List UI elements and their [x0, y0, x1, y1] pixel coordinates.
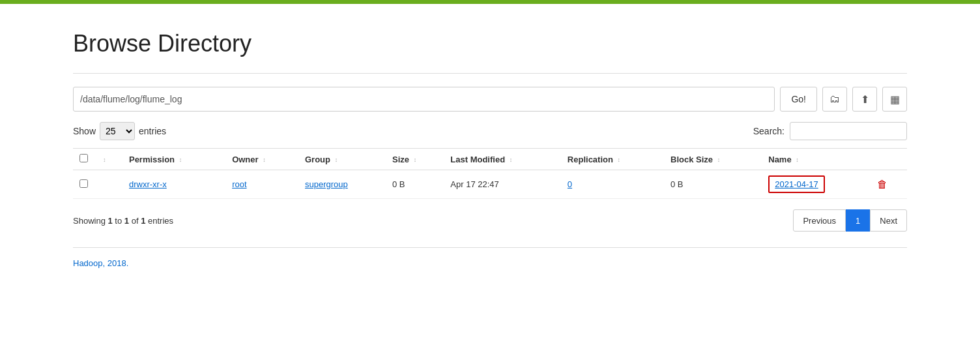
showing-prefix: Showing: [73, 216, 106, 226]
header-owner[interactable]: Owner ↕: [225, 149, 298, 170]
previous-button[interactable]: Previous: [793, 209, 846, 232]
header-actions: [871, 149, 907, 170]
page-1-button[interactable]: 1: [846, 209, 870, 232]
sort-permission-icon: ↕: [179, 157, 182, 163]
select-all-checkbox[interactable]: [79, 154, 88, 162]
sort-name-icon: ↕: [796, 157, 799, 163]
group-value[interactable]: supergroup: [305, 179, 348, 189]
sort-replication-icon: ↕: [618, 157, 621, 163]
owner-label: Owner: [232, 155, 258, 164]
showing-to: 1: [124, 216, 129, 226]
sort-size-icon: ↕: [414, 157, 417, 163]
permission-value[interactable]: drwxr-xr-x: [129, 179, 167, 189]
block-size-value: 0 B: [670, 179, 684, 189]
show-entries-row: Show 10 25 50 100 entries: [73, 122, 166, 140]
page-title: Browse Directory: [73, 30, 907, 57]
pagination: Previous 1 Next: [793, 209, 907, 232]
row-name-cell: 2021-04-17: [762, 170, 870, 199]
sort-block-size-icon: ↕: [717, 157, 721, 163]
entries-label: entries: [139, 126, 166, 136]
search-label: Search:: [753, 126, 785, 136]
row-block-size-cell: 0 B: [664, 170, 762, 199]
row-sort-cell: [94, 170, 122, 199]
name-label: Name: [768, 155, 791, 164]
table-row: drwxr-xr-x root supergroup 0 B Apr 17 22…: [73, 170, 907, 199]
block-size-label: Block Size: [670, 155, 713, 164]
last-modified-label: Last Modified: [450, 155, 505, 164]
owner-value[interactable]: root: [232, 179, 246, 189]
name-value[interactable]: 2021-04-17: [768, 175, 825, 193]
bottom-divider: [73, 247, 907, 248]
table-icon: ▦: [890, 93, 900, 106]
delete-icon[interactable]: 🗑: [877, 179, 887, 190]
size-value: 0 B: [392, 179, 405, 189]
path-row: Go! 🗂 ⬆ ▦: [73, 87, 907, 112]
show-label: Show: [73, 126, 96, 136]
upload-icon-button[interactable]: ⬆: [852, 87, 877, 112]
header-sort-all[interactable]: ↕: [94, 149, 122, 170]
title-divider: [73, 73, 907, 74]
folder-icon: 🗂: [829, 93, 840, 105]
row-permission-cell: drwxr-xr-x: [122, 170, 225, 199]
header-name[interactable]: Name ↕: [762, 149, 870, 170]
replication-label: Replication: [568, 155, 613, 164]
row-owner-cell: root: [225, 170, 298, 199]
header-permission[interactable]: Permission ↕: [122, 149, 225, 170]
permission-label: Permission: [129, 155, 175, 164]
sort-owner-icon: ↕: [263, 157, 266, 163]
next-button[interactable]: Next: [870, 209, 907, 232]
header-checkbox-col: [73, 149, 94, 170]
entries-select[interactable]: 10 25 50 100: [100, 122, 135, 140]
search-row: Search:: [753, 122, 907, 140]
row-replication-cell: 0: [561, 170, 664, 199]
table-icon-button[interactable]: ▦: [882, 87, 907, 112]
group-label: Group: [305, 155, 330, 164]
header-group[interactable]: Group ↕: [298, 149, 386, 170]
footer-text: Hadoop, 2018.: [73, 258, 907, 268]
search-input[interactable]: [790, 122, 907, 140]
showing-suffix: entries: [148, 216, 173, 226]
sort-all-icon: ↕: [103, 157, 106, 163]
row-last-modified-cell: Apr 17 22:47: [444, 170, 561, 199]
showing-total: 1: [141, 216, 145, 226]
footer-row: Showing 1 to 1 of 1 entries Previous 1 N…: [73, 209, 907, 232]
header-last-modified[interactable]: Last Modified ↕: [444, 149, 561, 170]
go-button[interactable]: Go!: [780, 87, 817, 112]
row-delete-cell: 🗑: [871, 170, 907, 199]
directory-table: ↕ Permission ↕ Owner ↕ Group ↕ Size ↕: [73, 148, 907, 199]
row-checkbox[interactable]: [79, 179, 88, 188]
showing-of-label: of: [132, 216, 141, 226]
size-label: Size: [392, 155, 409, 164]
row-size-cell: 0 B: [386, 170, 444, 199]
upload-icon: ⬆: [861, 93, 869, 106]
sort-group-icon: ↕: [335, 157, 338, 163]
last-modified-value: Apr 17 22:47: [450, 179, 498, 189]
path-input[interactable]: [73, 87, 775, 112]
table-header-row: ↕ Permission ↕ Owner ↕ Group ↕ Size ↕: [73, 149, 907, 170]
replication-value[interactable]: 0: [568, 179, 572, 189]
folder-icon-button[interactable]: 🗂: [822, 87, 847, 112]
controls-row: Show 10 25 50 100 entries Search:: [73, 122, 907, 140]
main-container: Browse Directory Go! 🗂 ⬆ ▦ Show 10 25 50…: [34, 4, 946, 294]
sort-last-modified-icon: ↕: [510, 157, 513, 163]
showing-to-label: to: [115, 216, 124, 226]
row-group-cell: supergroup: [298, 170, 386, 199]
header-replication[interactable]: Replication ↕: [561, 149, 664, 170]
showing-from: 1: [108, 216, 113, 226]
showing-text: Showing 1 to 1 of 1 entries: [73, 216, 173, 226]
row-checkbox-cell: [73, 170, 94, 199]
header-block-size[interactable]: Block Size ↕: [664, 149, 762, 170]
header-size[interactable]: Size ↕: [386, 149, 444, 170]
